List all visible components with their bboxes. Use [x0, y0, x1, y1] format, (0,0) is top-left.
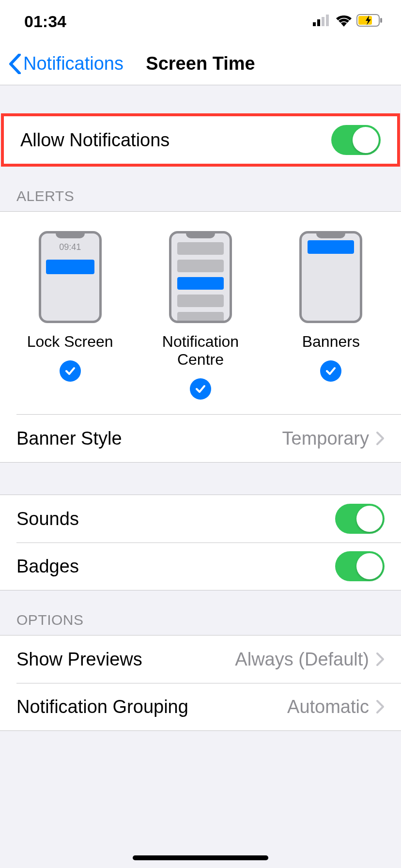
checkmark-icon	[60, 360, 81, 382]
alerts-section: 09:41 Lock Screen	[0, 211, 401, 462]
allow-notifications-toggle[interactable]	[331, 125, 381, 155]
lock-screen-mock-icon: 09:41	[39, 231, 102, 323]
banners-mock-icon	[299, 231, 362, 323]
svg-rect-3	[326, 15, 329, 26]
chevron-right-icon	[376, 652, 385, 666]
sounds-badges-group: Sounds Badges	[0, 495, 401, 590]
chevron-left-icon	[9, 54, 21, 74]
sounds-row[interactable]: Sounds	[0, 495, 401, 542]
status-time: 01:34	[24, 12, 66, 31]
cellular-icon	[313, 15, 331, 28]
banner-style-row[interactable]: Banner Style Temporary	[0, 415, 401, 462]
banner-style-label: Banner Style	[16, 428, 122, 449]
svg-rect-2	[322, 17, 324, 26]
home-indicator[interactable]	[133, 855, 268, 860]
notification-centre-mock-icon	[169, 231, 232, 323]
alerts-header: ALERTS	[0, 167, 401, 211]
alert-label: Notification Centre	[142, 333, 259, 369]
sounds-label: Sounds	[16, 509, 79, 529]
banner-style-value: Temporary	[282, 428, 370, 449]
svg-rect-1	[317, 19, 320, 26]
show-previews-row[interactable]: Show Previews Always (Default)	[0, 636, 401, 683]
battery-charging-icon	[356, 14, 384, 29]
notification-grouping-row[interactable]: Notification Grouping Automatic	[0, 683, 401, 730]
back-label: Notifications	[23, 53, 123, 74]
notification-grouping-value: Automatic	[287, 697, 369, 717]
highlight-box: Allow Notifications	[1, 113, 400, 167]
badges-label: Badges	[16, 556, 79, 577]
alert-style-banners[interactable]: Banners	[273, 231, 389, 400]
alert-style-notification-centre[interactable]: Notification Centre	[142, 231, 259, 400]
options-group: Show Previews Always (Default) Notificat…	[0, 635, 401, 731]
nav-bar: Notifications Screen Time	[0, 43, 401, 85]
back-button[interactable]: Notifications	[9, 43, 123, 85]
chevron-right-icon	[376, 699, 385, 714]
badges-toggle[interactable]	[335, 551, 385, 581]
sounds-toggle[interactable]	[335, 504, 385, 534]
status-bar: 01:34	[0, 0, 401, 43]
chevron-right-icon	[376, 431, 385, 446]
checkmark-icon	[190, 378, 211, 400]
show-previews-label: Show Previews	[16, 649, 142, 670]
allow-notifications-row[interactable]: Allow Notifications	[4, 116, 397, 164]
svg-rect-5	[380, 18, 382, 23]
show-previews-value: Always (Default)	[235, 649, 369, 670]
alert-label: Lock Screen	[27, 333, 113, 351]
alert-label: Banners	[302, 333, 360, 351]
wifi-icon	[335, 14, 353, 29]
options-header: OPTIONS	[0, 590, 401, 635]
notification-grouping-label: Notification Grouping	[16, 697, 188, 717]
badges-row[interactable]: Badges	[0, 542, 401, 590]
alert-style-lock-screen[interactable]: 09:41 Lock Screen	[12, 231, 128, 400]
allow-notifications-label: Allow Notifications	[20, 130, 170, 151]
status-icons	[313, 14, 384, 29]
svg-rect-0	[313, 22, 316, 26]
checkmark-icon	[320, 360, 341, 382]
